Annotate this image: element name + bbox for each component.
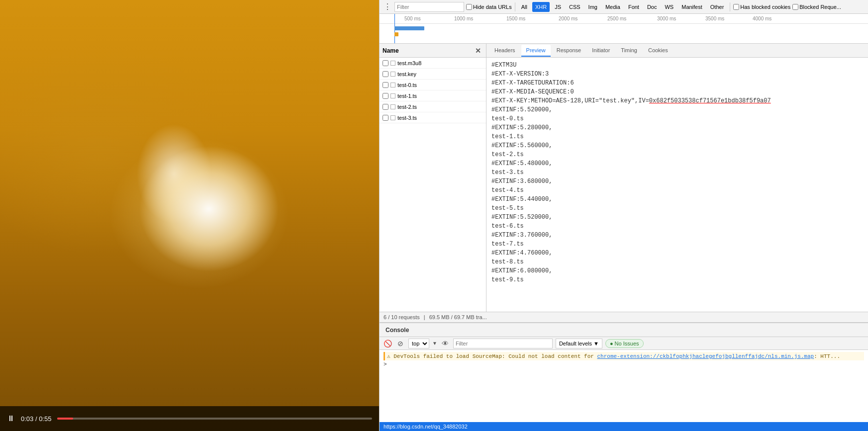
tick-3000: 3000 ms <box>657 16 676 21</box>
separator-dot: | <box>424 314 425 320</box>
detail-tabs: Headers Preview Response Initiator Timin… <box>486 44 868 58</box>
file-checkbox-ts2[interactable] <box>383 104 388 110</box>
media-filter-btn[interactable]: Media <box>602 2 623 12</box>
console-warning-message: ⚠ DevTools failed to load SourceMap: Cou… <box>384 352 864 360</box>
file-icon-ts0 <box>390 83 395 87</box>
tick-1000: 1000 ms <box>454 16 473 21</box>
file-icon-ts1 <box>390 93 395 98</box>
default-levels-button[interactable]: Default levels ▼ <box>556 339 602 348</box>
file-entries: test.m3u8 test.key test-0.ts test-1.ts <box>380 58 486 312</box>
timeline-ruler: 500 ms 1000 ms 1500 ms 2000 ms 2500 ms 3… <box>380 14 868 24</box>
requests-count: 6 / 10 requests <box>384 314 420 320</box>
has-blocked-cookies-checkbox[interactable] <box>733 4 739 10</box>
console-content: ⚠ DevTools failed to load SourceMap: Cou… <box>380 350 868 422</box>
tab-cookies[interactable]: Cookies <box>643 45 673 57</box>
time-display: 0:03 / 0:55 <box>21 415 51 423</box>
tab-headers[interactable]: Headers <box>489 45 520 57</box>
no-issues-label: ● No Issues <box>610 341 639 346</box>
all-filter-btn[interactable]: All <box>518 2 530 12</box>
js-filter-btn[interactable]: JS <box>552 2 564 12</box>
preview-panel: Headers Preview Response Initiator Timin… <box>486 44 868 312</box>
has-blocked-cookies-label: Has blocked cookies <box>733 4 790 10</box>
hide-data-urls-label: Hide data URLs <box>466 4 512 10</box>
tick-500: 500 ms <box>404 16 421 21</box>
doc-filter-btn[interactable]: Doc <box>644 2 660 12</box>
default-levels-label: Default levels ▼ <box>559 341 599 346</box>
network-main: Name ✕ test.m3u8 test.key te <box>380 44 868 312</box>
menu-button[interactable]: ⋮ <box>383 2 392 12</box>
clear-console-button[interactable]: 🚫 <box>383 339 392 348</box>
video-player[interactable]: ⏸ 0:03 / 0:55 <box>0 0 379 431</box>
video-frame <box>0 0 379 431</box>
tab-response[interactable]: Response <box>552 45 586 57</box>
page-url: https://blog.csdn.net/qq_34882032 <box>384 424 468 430</box>
ws-filter-btn[interactable]: WS <box>662 2 676 12</box>
file-entry-ts1[interactable]: test-1.ts <box>380 90 486 101</box>
file-list-header: Name ✕ <box>380 44 486 58</box>
hide-data-urls-checkbox[interactable] <box>466 4 472 10</box>
tick-4000: 4000 ms <box>753 16 772 21</box>
tab-timing[interactable]: Timing <box>616 45 642 57</box>
network-status-bar: 6 / 10 requests | 69.5 MB / 69.7 MB tra.… <box>380 312 868 323</box>
pause-button[interactable]: ⏸ <box>5 413 17 425</box>
file-checkbox-ts1[interactable] <box>383 93 388 99</box>
transfer-size: 69.5 MB / 69.7 MB tra... <box>429 314 487 320</box>
img-filter-btn[interactable]: Img <box>585 2 600 12</box>
no-issues-badge: ● No Issues <box>605 339 644 348</box>
video-controls-bar: ⏸ 0:03 / 0:55 <box>0 406 379 431</box>
console-inner-toolbar: 🚫 ⊘ top ▼ 👁 Default levels ▼ ● No Issues <box>380 337 868 350</box>
sourcemap-link[interactable]: chrome-extension://ckblfophkjhaclegefojb… <box>597 353 814 359</box>
timeline-bar-1 <box>394 26 424 30</box>
separator <box>515 2 515 11</box>
blocked-requests-checkbox[interactable] <box>792 4 798 10</box>
other-filter-btn[interactable]: Other <box>707 2 727 12</box>
console-tab-label[interactable]: Console <box>383 326 412 335</box>
progress-bar[interactable] <box>57 418 372 420</box>
separator2 <box>730 2 730 11</box>
name-column-header: Name <box>383 47 399 54</box>
css-filter-btn[interactable]: CSS <box>566 2 583 12</box>
file-entry-m3u8[interactable]: test.m3u8 <box>380 58 486 69</box>
devtools-panel: ⋮ Hide data URLs All XHR JS CSS Img Medi… <box>379 0 868 431</box>
progress-fill <box>57 418 73 420</box>
file-entry-key[interactable]: test.key <box>380 69 486 80</box>
file-entry-ts0[interactable]: test-0.ts <box>380 80 486 90</box>
file-checkbox-key[interactable] <box>383 71 388 77</box>
console-tab-bar: Console <box>380 323 868 337</box>
timeline-bar-2 <box>394 32 398 36</box>
tick-2500: 2500 ms <box>607 16 626 21</box>
file-icon-key <box>390 72 395 77</box>
context-select[interactable]: top <box>408 339 429 348</box>
file-entry-ts3[interactable]: test-3.ts <box>380 112 486 123</box>
file-checkbox-ts3[interactable] <box>383 115 388 121</box>
file-list-panel: Name ✕ test.m3u8 test.key te <box>380 44 486 312</box>
file-icon-ts2 <box>390 104 395 109</box>
timeline-area[interactable]: 500 ms 1000 ms 1500 ms 2000 ms 2500 ms 3… <box>380 14 868 44</box>
console-filter-input[interactable] <box>453 339 553 348</box>
file-checkbox-ts0[interactable] <box>383 82 388 88</box>
close-preview-button[interactable]: ✕ <box>473 46 483 56</box>
tick-1500: 1500 ms <box>506 16 525 21</box>
manifest-filter-btn[interactable]: Manifest <box>678 2 705 12</box>
tick-3500: 3500 ms <box>705 16 724 21</box>
blocked-requests-label: Blocked Reque... <box>792 4 841 10</box>
stop-button[interactable]: ⊘ <box>395 339 405 348</box>
eye-button[interactable]: 👁 <box>440 339 450 348</box>
preview-content[interactable]: #EXTM3U #EXT-X-VERSION:3 #EXT-X-TARGETDU… <box>486 58 868 312</box>
filter-input[interactable] <box>394 2 464 12</box>
network-toolbar: ⋮ Hide data URLs All XHR JS CSS Img Medi… <box>380 0 868 14</box>
tab-initiator[interactable]: Initiator <box>587 45 615 57</box>
bottom-status-bar: https://blog.csdn.net/qq_34882032 <box>380 422 868 431</box>
file-entry-ts2[interactable]: test-2.ts <box>380 101 486 112</box>
tick-2000: 2000 ms <box>559 16 578 21</box>
file-checkbox-m3u8[interactable] <box>383 60 388 66</box>
xhr-filter-btn[interactable]: XHR <box>532 2 550 12</box>
console-prompt: > <box>384 361 864 367</box>
tab-preview[interactable]: Preview <box>521 45 551 57</box>
key-value: 0x682f5033538cf71567e1bdb38f5f9a07 <box>649 97 771 104</box>
file-icon-ts3 <box>390 115 395 120</box>
console-panel: Console 🚫 ⊘ top ▼ 👁 Default levels ▼ ● N… <box>380 323 868 422</box>
font-filter-btn[interactable]: Font <box>625 2 642 12</box>
file-icon-m3u8 <box>390 61 395 66</box>
